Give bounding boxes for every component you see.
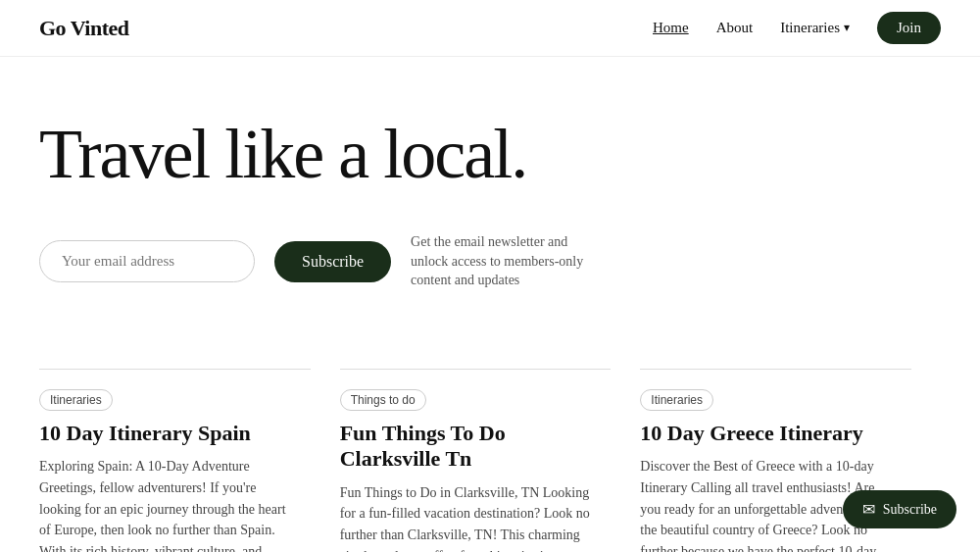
card-2-tag: Things to do (340, 389, 426, 411)
hero-section: Travel like a local. Subscribe Get the e… (0, 57, 980, 329)
nav-home[interactable]: Home (653, 20, 689, 36)
subscribe-row: Subscribe Get the email newsletter and u… (39, 232, 941, 290)
card-1-tag: Itineraries (39, 389, 113, 411)
nav-itineraries-label: Itineraries (780, 20, 840, 36)
subscribe-description: Get the email newsletter and unlock acce… (411, 232, 607, 290)
subscribe-button[interactable]: Subscribe (274, 241, 391, 282)
card-1-excerpt: Exploring Spain: A 10-Day Adventure Gree… (39, 456, 291, 552)
card-1-title: 10 Day Itinerary Spain (39, 421, 291, 446)
card-3-title: 10 Day Greece Itinerary (640, 421, 892, 446)
nav-about[interactable]: About (716, 20, 754, 36)
email-input[interactable] (39, 240, 255, 282)
card-1[interactable]: Itineraries 10 Day Itinerary Spain Explo… (39, 369, 311, 552)
site-logo[interactable]: Go Vinted (39, 16, 128, 41)
nav-itineraries[interactable]: Itineraries ▾ (780, 20, 850, 36)
hero-title: Travel like a local. (39, 116, 941, 193)
cards-grid: Itineraries 10 Day Itinerary Spain Explo… (0, 329, 980, 552)
nav-links: Home About Itineraries ▾ Join (653, 12, 941, 44)
floating-subscribe-label: Subscribe (883, 502, 937, 518)
card-3-tag: Itineraries (640, 389, 713, 411)
card-2-excerpt: Fun Things to Do in Clarksville, TN Look… (340, 482, 592, 552)
floating-subscribe-button[interactable]: ✉ Subscribe (843, 490, 956, 528)
subscribe-icon: ✉ (862, 500, 875, 519)
card-2-title: Fun Things To Do Clarksville Tn (340, 421, 592, 473)
chevron-down-icon: ▾ (844, 21, 850, 35)
join-button[interactable]: Join (877, 12, 941, 44)
navbar: Go Vinted Home About Itineraries ▾ Join (0, 0, 980, 57)
card-2[interactable]: Things to do Fun Things To Do Clarksvill… (340, 369, 612, 552)
